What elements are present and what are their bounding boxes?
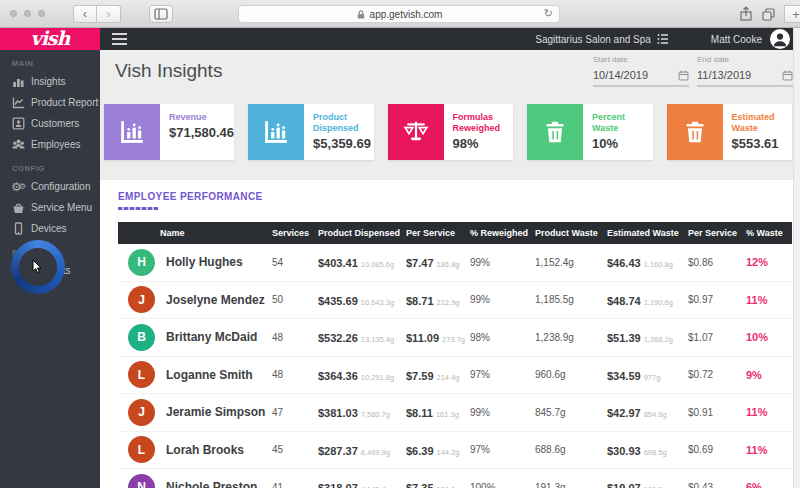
dispensed-grams: 10,291.8g bbox=[361, 373, 394, 382]
tabs-icon[interactable] bbox=[761, 7, 776, 22]
start-date-field[interactable]: Start date 10/14/2019 bbox=[593, 55, 689, 87]
back-button[interactable]: ‹ bbox=[73, 5, 97, 23]
waste-per-service-value: $0.97 bbox=[688, 294, 746, 305]
bar-chart-icon bbox=[248, 104, 304, 160]
page-scrollbar[interactable] bbox=[793, 28, 800, 488]
table-row[interactable]: H Holly Hughes 54 $403.4110,085.6g $7.47… bbox=[118, 244, 792, 282]
sidebar-item-label: Configuration bbox=[31, 181, 90, 192]
table-header: Name Services Product Dispensed Per Serv… bbox=[118, 222, 792, 244]
dispensed-value: $532.26 bbox=[318, 332, 358, 344]
estimated-waste-value: $51.39 bbox=[607, 332, 641, 344]
per-service-grams: 214.4g bbox=[437, 373, 460, 382]
close-window-icon[interactable] bbox=[10, 10, 17, 17]
dispensed-value: $381.03 bbox=[318, 407, 358, 419]
estimated-waste-value: $34.59 bbox=[607, 370, 641, 382]
mouse-cursor-icon bbox=[32, 259, 44, 275]
services-value: 48 bbox=[272, 369, 318, 380]
product-waste-value: 191.3g bbox=[535, 482, 607, 488]
dispensed-value: $435.69 bbox=[318, 295, 358, 307]
dispensed-value: $287.37 bbox=[318, 445, 358, 457]
kpi-label: Product Dispensed bbox=[313, 112, 373, 134]
sidebar-item-devices[interactable]: Devices bbox=[0, 218, 100, 239]
kpi-label: Revenue bbox=[169, 112, 234, 123]
forward-button[interactable]: › bbox=[97, 5, 121, 23]
estimated-waste-value: $30.93 bbox=[607, 445, 641, 457]
kpi-value: 98% bbox=[453, 136, 513, 151]
employee-table: Name Services Product Dispensed Per Serv… bbox=[118, 222, 792, 488]
per-service-value: $7.59 bbox=[406, 370, 434, 382]
estimated-waste-value: $19.07 bbox=[607, 482, 641, 488]
new-tab-button[interactable]: + bbox=[784, 5, 800, 23]
per-service-grams: 212.9g bbox=[437, 298, 460, 307]
url-text: app.getvish.com bbox=[370, 9, 443, 20]
zoom-window-icon[interactable] bbox=[38, 10, 45, 17]
minimize-window-icon[interactable] bbox=[24, 10, 31, 17]
kpi-value: $553.61 bbox=[732, 136, 792, 151]
trash-icon bbox=[667, 104, 723, 160]
tab-employee-performance[interactable]: EMPLOYEE PERFORMANCE bbox=[118, 191, 263, 210]
salon-name: Sagittarius Salon and Spa bbox=[535, 34, 651, 45]
loading-spinner bbox=[11, 240, 65, 294]
trash-icon bbox=[527, 104, 583, 160]
window-controls[interactable] bbox=[10, 10, 45, 17]
dispensed-grams: 10,085.6g bbox=[361, 260, 394, 269]
dispensed-grams: 10,643.3g bbox=[361, 298, 394, 307]
product-waste-value: 960.6g bbox=[535, 369, 607, 380]
reweighed-value: 99% bbox=[470, 257, 535, 268]
kpi-label: Estimated Waste bbox=[732, 112, 792, 134]
address-bar[interactable]: app.getvish.com ↻ bbox=[238, 5, 560, 23]
table-row[interactable]: J Jeramie Simpson 47 $381.037,580.7g $8.… bbox=[118, 394, 792, 432]
user-menu[interactable]: Matt Cooke bbox=[711, 29, 790, 49]
pct-waste-value: 11% bbox=[746, 294, 792, 306]
product-waste-value: 688.6g bbox=[535, 444, 607, 455]
table-row[interactable]: L Loganne Smith 48 $364.3610,291.8g $7.5… bbox=[118, 357, 792, 395]
salon-switcher[interactable]: Sagittarius Salon and Spa bbox=[535, 33, 669, 45]
avatar: J bbox=[128, 399, 155, 426]
per-service-value: $6.39 bbox=[406, 445, 434, 457]
lock-icon bbox=[356, 9, 366, 20]
table-row[interactable]: B Brittany McDaid 48 $532.2613,135.4g $1… bbox=[118, 319, 792, 357]
end-date-field[interactable]: End date 11/13/2019 bbox=[697, 55, 793, 87]
sidebar-item-product-report[interactable]: Product Report bbox=[0, 92, 100, 113]
avatar: B bbox=[128, 324, 155, 351]
services-value: 50 bbox=[272, 294, 318, 305]
table-row[interactable]: L Lorah Brooks 45 $287.376,489.9g $6.391… bbox=[118, 432, 792, 470]
sidebar-section-config: CONFIG bbox=[0, 155, 100, 176]
employee-name: Nichole Preston bbox=[166, 480, 257, 488]
table-row[interactable]: N Nichole Preston 41 $318.074,143.4g $7.… bbox=[118, 469, 792, 488]
sidebar-item-label: Customers bbox=[31, 118, 79, 129]
calendar-icon[interactable] bbox=[782, 70, 793, 81]
reweighed-value: 100% bbox=[470, 482, 535, 488]
kpi-card-formulas-reweighed: Formulas Reweighed98% bbox=[388, 104, 513, 160]
sidebar-item-label: Product Report bbox=[31, 97, 98, 108]
share-icon[interactable] bbox=[739, 6, 753, 22]
avatar: L bbox=[128, 436, 155, 463]
estimated-waste-grams: 1,190.6g bbox=[644, 298, 673, 307]
basket-icon bbox=[12, 201, 25, 214]
services-value: 47 bbox=[272, 407, 318, 418]
kpi-value: 10% bbox=[592, 136, 652, 151]
services-value: 48 bbox=[272, 332, 318, 343]
employee-name: Jeramie Simpson bbox=[166, 405, 265, 419]
sidebar-item-service-menu[interactable]: Service Menu bbox=[0, 197, 100, 218]
reload-icon[interactable]: ↻ bbox=[544, 7, 553, 20]
table-row[interactable]: J Joselyne Mendez 50 $435.6910,643.3g $8… bbox=[118, 282, 792, 320]
sidebar-item-customers[interactable]: Customers bbox=[0, 113, 100, 134]
sidebar-item-employees[interactable]: Employees bbox=[0, 134, 100, 155]
sidebar-item-label: Devices bbox=[31, 223, 67, 234]
scales-icon bbox=[388, 104, 444, 160]
sidebar-item-configuration[interactable]: ⚙⚙ Configuration bbox=[0, 176, 100, 197]
per-service-value: $8.71 bbox=[406, 295, 434, 307]
column-header-services: Services bbox=[272, 228, 318, 238]
browser-sidebar-toggle-button[interactable] bbox=[149, 5, 173, 23]
vish-logo: vish bbox=[0, 28, 100, 50]
waste-per-service-value: $0.86 bbox=[688, 257, 746, 268]
dispensed-value: $403.41 bbox=[318, 257, 358, 269]
services-value: 41 bbox=[272, 482, 318, 488]
dispensed-grams: 6,489.9g bbox=[361, 448, 390, 457]
start-date-label: Start date bbox=[593, 55, 689, 64]
sidebar-item-insights[interactable]: Insights bbox=[0, 71, 100, 92]
menu-icon[interactable] bbox=[112, 33, 127, 46]
calendar-icon[interactable] bbox=[678, 70, 689, 81]
employee-name: Loganne Smith bbox=[166, 368, 253, 382]
